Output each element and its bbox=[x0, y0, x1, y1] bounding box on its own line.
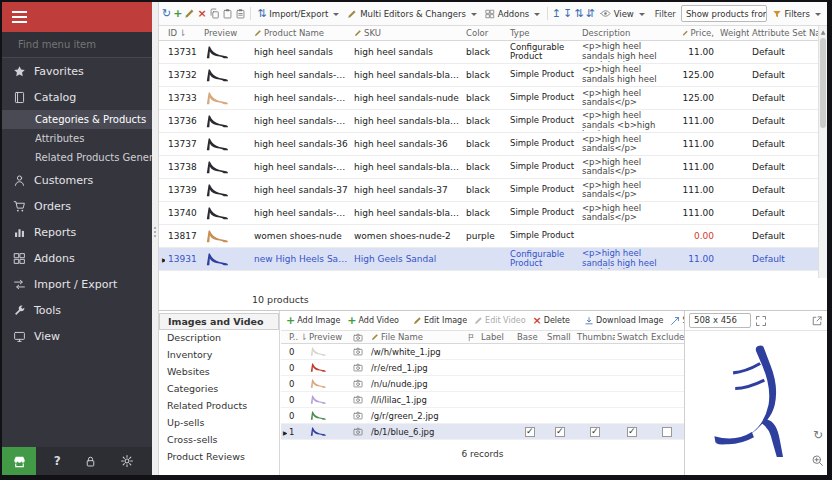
column-camera[interactable] bbox=[351, 333, 369, 342]
column-weight[interactable]: Weight bbox=[717, 28, 749, 38]
menu-search-input[interactable] bbox=[18, 39, 143, 50]
small-checkbox[interactable] bbox=[555, 427, 565, 437]
delete-product-button[interactable]: × bbox=[197, 5, 206, 22]
bottom-tab[interactable]: Product Reviews bbox=[159, 449, 279, 466]
column-label[interactable]: Label bbox=[479, 332, 515, 342]
bottom-tab[interactable]: Up-sells bbox=[159, 415, 279, 432]
collapse-rows-button[interactable]: ⇵ bbox=[585, 5, 594, 22]
table-row[interactable]: 13739 high heel sandals-37 high heel san… bbox=[159, 179, 818, 202]
sort-descending-button[interactable]: ↧ bbox=[563, 5, 572, 22]
panel-splitter[interactable] bbox=[152, 2, 159, 475]
refresh-preview-button[interactable]: ↻ bbox=[813, 429, 823, 441]
bottom-tab[interactable]: Description bbox=[159, 330, 279, 347]
column-product-name[interactable]: Product Name bbox=[251, 28, 351, 38]
sidebar-item-addons[interactable]: Addons bbox=[2, 245, 152, 271]
sidebar-item-customers[interactable]: Customers bbox=[2, 167, 152, 193]
scrollbar-thumb[interactable] bbox=[820, 38, 826, 128]
image-row[interactable]: 0 /n/u/nude.jpg bbox=[281, 376, 684, 392]
column-flag[interactable] bbox=[465, 333, 479, 342]
bottom-tab[interactable]: Categories bbox=[159, 381, 279, 398]
table-row[interactable]: 13736 high heel sandals-black-36 high he… bbox=[159, 110, 818, 133]
import-export-menu[interactable]: ⇅Import/Export bbox=[254, 7, 342, 20]
table-row[interactable]: 13733 high heel sandals-nude high heel s… bbox=[159, 87, 818, 110]
download-image-button[interactable]: Download Image bbox=[582, 315, 665, 327]
column-file-name[interactable]: File Name bbox=[369, 332, 465, 342]
bottom-tab[interactable]: Inventory bbox=[159, 347, 279, 364]
addons-menu[interactable]: Addons bbox=[482, 8, 543, 20]
column-id[interactable]: ID⇂ bbox=[165, 28, 201, 38]
set-resize-rule-button[interactable]: Set Resize Rule bbox=[668, 315, 684, 327]
refresh-button[interactable]: ↻ bbox=[162, 5, 171, 22]
column-attribute-set[interactable]: Attribute Set Name bbox=[749, 28, 818, 38]
table-row[interactable]: 13732 high heel sandals-black high heel … bbox=[159, 64, 818, 87]
view-menu[interactable]: View bbox=[597, 7, 648, 20]
image-row[interactable]: 0 /g/r/green_2.jpg bbox=[281, 408, 684, 424]
sidebar-item-attributes[interactable]: Attributes bbox=[2, 129, 152, 148]
image-row[interactable]: 0 /l/i/lilac_1.jpg bbox=[281, 392, 684, 408]
filters-button[interactable]: Filters bbox=[769, 8, 824, 20]
add-video-button[interactable]: +Add Video bbox=[345, 314, 401, 327]
zoom-icon[interactable] bbox=[811, 454, 824, 467]
gear-icon[interactable] bbox=[120, 454, 134, 468]
sidebar-item-favorites[interactable]: Favorites bbox=[2, 58, 152, 84]
image-row[interactable]: ▶ 1 /b/1/blue_6.jpg bbox=[281, 424, 684, 440]
column-exclude[interactable]: Exclude bbox=[649, 332, 684, 342]
exclude-checkbox[interactable] bbox=[662, 427, 672, 437]
delete-image-button[interactable]: ×Delete bbox=[531, 314, 573, 327]
multi-editors-menu[interactable]: Multi Editors & Changers bbox=[344, 8, 480, 20]
open-external-icon[interactable] bbox=[811, 315, 823, 327]
help-button[interactable]: ? bbox=[54, 454, 61, 468]
sidebar-item-categories-products[interactable]: Categories & Products bbox=[2, 110, 152, 129]
table-row[interactable]: 13817 women shoes-nude women shoes-nude-… bbox=[159, 225, 818, 248]
fullscreen-icon[interactable] bbox=[755, 315, 767, 327]
column-small[interactable]: Small bbox=[545, 332, 575, 342]
column-price[interactable]: Price, bbox=[679, 28, 717, 38]
bottom-tab[interactable]: Cross-sells bbox=[159, 432, 279, 449]
swatch-checkbox[interactable] bbox=[627, 427, 637, 437]
clipboard-list-button[interactable] bbox=[235, 5, 246, 22]
table-row[interactable]: 13731 high heel sandals high heel sandal… bbox=[159, 41, 818, 64]
table-row[interactable]: 13737 high heel sandals-36 high heel san… bbox=[159, 133, 818, 156]
column-sku[interactable]: SKU bbox=[351, 28, 463, 38]
column-swatch[interactable]: Swatch bbox=[615, 332, 649, 342]
grid-scrollbar[interactable]: ▲ bbox=[818, 26, 827, 278]
add-product-button[interactable]: + bbox=[173, 5, 182, 22]
sort-ascending-button[interactable]: ↥ bbox=[552, 5, 561, 22]
base-checkbox[interactable] bbox=[525, 427, 535, 437]
store-button[interactable] bbox=[2, 447, 36, 475]
sidebar-item-reports[interactable]: Reports bbox=[2, 219, 152, 245]
sidebar-item-import-export[interactable]: Import / Export bbox=[2, 271, 152, 297]
edit-video-button[interactable]: Edit Video bbox=[472, 315, 527, 326]
bottom-tab[interactable]: Images and Video bbox=[159, 313, 279, 330]
lock-icon[interactable] bbox=[84, 455, 97, 468]
edit-image-button[interactable]: Edit Image bbox=[411, 315, 469, 326]
column-preview[interactable]: Preview bbox=[201, 28, 251, 38]
sidebar-item-view[interactable]: View bbox=[2, 323, 152, 349]
sidebar-item-tools[interactable]: Tools bbox=[2, 297, 152, 323]
column-color[interactable]: Color bbox=[463, 28, 507, 38]
column-position[interactable]: P..⇂ bbox=[287, 332, 307, 342]
copy-button[interactable] bbox=[209, 5, 220, 22]
table-row[interactable]: ▶ 13931 new High Heels Sandals High Geel… bbox=[159, 248, 818, 271]
table-row[interactable]: 13740 high heel sandals-black-38 high he… bbox=[159, 202, 818, 225]
expand-rows-button[interactable]: ⇅ bbox=[574, 5, 583, 22]
column-type[interactable]: Type bbox=[507, 28, 579, 38]
bottom-tab[interactable]: Websites bbox=[159, 364, 279, 381]
column-thumbnail[interactable]: Thumbna bbox=[575, 332, 615, 342]
sidebar-item-orders[interactable]: Orders bbox=[2, 193, 152, 219]
sidebar-item-related-products-generator[interactable]: Related Products Generator bbox=[2, 148, 152, 167]
column-description[interactable]: Description bbox=[579, 28, 679, 38]
hamburger-menu-icon[interactable] bbox=[12, 11, 27, 23]
add-image-button[interactable]: +Add Image bbox=[284, 314, 342, 327]
table-row[interactable]: 13738 high heel sandals-black-37 high he… bbox=[159, 156, 818, 179]
column-base[interactable]: Base bbox=[515, 332, 545, 342]
image-size-field[interactable]: 508 x 456 bbox=[689, 313, 751, 328]
sidebar-item-catalog[interactable]: Catalog bbox=[2, 84, 152, 110]
thumbnail-checkbox[interactable] bbox=[590, 427, 600, 437]
image-row[interactable]: 0 /w/h/white_1.jpg bbox=[281, 344, 684, 360]
filter-select[interactable]: Show products from selected categories bbox=[681, 5, 767, 22]
bottom-tab[interactable]: Related Products bbox=[159, 398, 279, 415]
image-row[interactable]: 0 /r/e/red_1.jpg bbox=[281, 360, 684, 376]
column-image-preview[interactable]: Preview bbox=[307, 332, 351, 342]
paste-button[interactable] bbox=[222, 5, 233, 22]
